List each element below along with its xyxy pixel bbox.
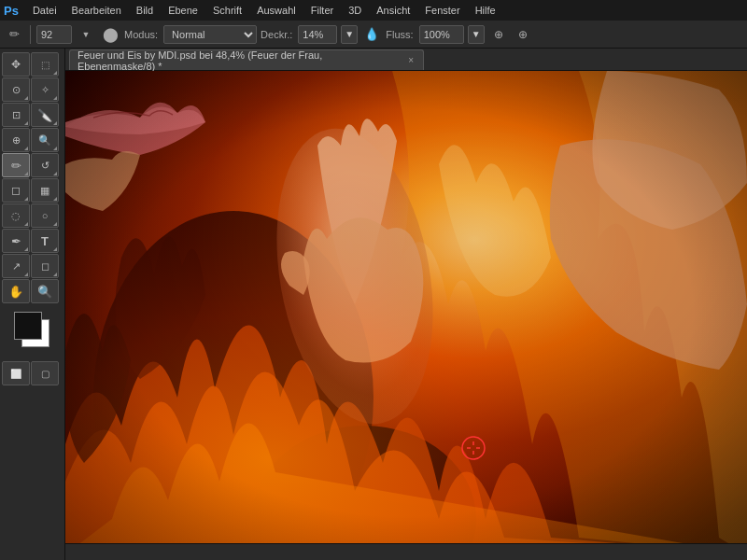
text-tool[interactable]: T <box>31 229 59 253</box>
dodge-tool[interactable]: ○ <box>31 203 59 228</box>
fluss-label: Fluss: <box>386 29 413 40</box>
bottom-status-bar <box>65 543 747 560</box>
crop-tool[interactable]: ⊡ <box>2 103 30 127</box>
options-toolbar: ✏ ▼ ⬤ Modus: Normal Multiplizieren Überb… <box>0 21 747 49</box>
zoom-tool[interactable]: 🔍 <box>31 279 59 303</box>
menu-hilfe[interactable]: Hilfe <box>469 3 502 18</box>
tool-row-7: ◌ ○ <box>2 203 63 228</box>
tool-row-3: ⊡ 🔪 <box>2 103 63 127</box>
brush-tool[interactable]: ✏ <box>2 153 30 177</box>
tool-row-10: ✋ 🔍 <box>2 279 63 303</box>
magic-wand-tool[interactable]: ✧ <box>31 77 59 102</box>
document-tab[interactable]: Feuer und Eis by MDI.psd bei 48,4% (Feue… <box>69 49 424 70</box>
select-rect-tool[interactable]: ⬚ <box>31 52 59 77</box>
lasso-tool[interactable]: ⊙ <box>2 77 30 102</box>
tool-row-9: ↗ ◻ <box>2 254 63 278</box>
tool-row-4: ⊕ 🔍 <box>2 128 63 152</box>
quick-mask-tool[interactable]: ⬜ <box>2 361 30 385</box>
canvas-area: Feuer und Eis by MDI.psd bei 48,4% (Feue… <box>65 49 747 560</box>
brush-size-input[interactable] <box>36 25 72 44</box>
extra-tools-row: ⬜ ▢ <box>2 361 63 385</box>
deckr-arrow[interactable]: ▼ <box>341 25 358 44</box>
menu-datei[interactable]: Datei <box>26 3 63 18</box>
shape-tool[interactable]: ◻ <box>31 254 59 278</box>
toolbox: ✥ ⬚ ⊙ ✧ ⊡ 🔪 ⊕ 🔍 ✏ ↺ ◻ ▦ ◌ ○ ✒ T <box>0 49 65 560</box>
fire-image-svg <box>65 71 747 543</box>
menu-bar: Ps Datei Bearbeiten Bild Ebene Schrift A… <box>0 0 747 21</box>
menu-bild[interactable]: Bild <box>130 3 160 18</box>
canvas-image <box>65 71 747 543</box>
tool-row-1: ✥ ⬚ <box>2 52 63 77</box>
menu-schrift[interactable]: Schrift <box>206 3 248 18</box>
move-tool[interactable]: ✥ <box>2 52 30 77</box>
brush-options-icon[interactable]: ▼ <box>76 24 96 45</box>
eyedropper-tool[interactable]: 🔪 <box>31 103 59 127</box>
pen-tool[interactable]: ✒ <box>2 229 30 253</box>
tab-title: Feuer und Eis by MDI.psd bei 48,4% (Feue… <box>78 49 401 72</box>
blur-tool[interactable]: ◌ <box>2 203 30 228</box>
screen-mode-tool[interactable]: ▢ <box>31 361 59 385</box>
fluss-input[interactable] <box>419 25 464 44</box>
brush-tool-icon[interactable]: ✏ <box>4 24 24 45</box>
canvas-wrapper[interactable] <box>65 71 747 543</box>
tool-row-6: ◻ ▦ <box>2 178 63 203</box>
deckr-input[interactable] <box>298 25 337 44</box>
menu-ansicht[interactable]: Ansicht <box>370 3 416 18</box>
foreground-color-swatch[interactable] <box>14 312 42 340</box>
tab-bar: Feuer und Eis by MDI.psd bei 48,4% (Feue… <box>65 49 747 71</box>
brush-preview-icon[interactable]: ⬤ <box>100 24 120 45</box>
modus-label: Modus: <box>124 29 158 40</box>
fluss-arrow[interactable]: ▼ <box>468 25 485 44</box>
tool-row-5: ✏ ↺ <box>2 153 63 177</box>
gradient-tool[interactable]: ▦ <box>31 178 59 203</box>
tablet-pressure-icon[interactable]: ⊕ <box>488 24 509 45</box>
eraser-tool[interactable]: ◻ <box>2 178 30 203</box>
separator-1 <box>30 25 31 44</box>
main-layout: ✥ ⬚ ⊙ ✧ ⊡ 🔪 ⊕ 🔍 ✏ ↺ ◻ ▦ ◌ ○ ✒ T <box>0 49 747 560</box>
menu-fenster[interactable]: Fenster <box>418 3 466 18</box>
menu-filter[interactable]: Filter <box>304 3 340 18</box>
spot-heal-tool[interactable]: ⊕ <box>2 128 30 152</box>
hand-tool[interactable]: ✋ <box>2 279 30 303</box>
menu-bearbeiten[interactable]: Bearbeiten <box>65 3 128 18</box>
airbrush-icon[interactable]: 💧 <box>361 24 382 45</box>
tool-row-2: ⊙ ✧ <box>2 77 63 102</box>
tab-close-button[interactable]: × <box>406 55 416 65</box>
menu-auswahl[interactable]: Auswahl <box>250 3 303 18</box>
ps-logo: Ps <box>4 4 19 18</box>
modus-select[interactable]: Normal Multiplizieren Überblenden <box>163 25 257 44</box>
color-swatches[interactable] <box>12 310 53 351</box>
tablet-size-icon[interactable]: ⊕ <box>513 24 533 45</box>
menu-ebene[interactable]: Ebene <box>162 3 204 18</box>
menu-3d[interactable]: 3D <box>342 3 368 18</box>
history-brush-tool[interactable]: ↺ <box>31 153 59 177</box>
svg-rect-5 <box>65 71 747 543</box>
tool-row-8: ✒ T <box>2 229 63 253</box>
eyedropper2-tool[interactable]: 🔍 <box>31 128 59 152</box>
path-select-tool[interactable]: ↗ <box>2 254 30 278</box>
deckr-label: Deckr.: <box>261 29 292 40</box>
